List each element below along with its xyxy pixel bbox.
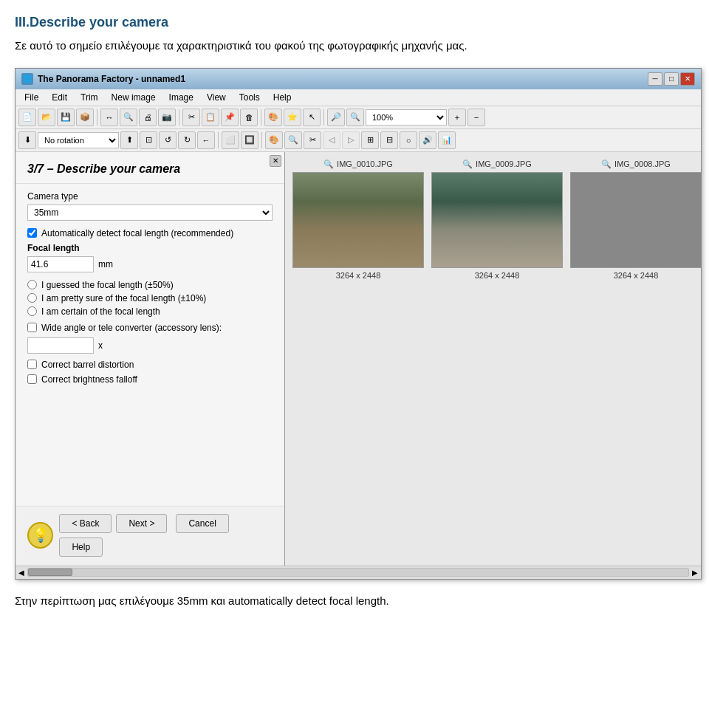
tb-select-btn[interactable]: ⬜ xyxy=(222,131,239,149)
tb-up-btn[interactable]: ⬆ xyxy=(120,131,138,149)
image-thumb-1[interactable] xyxy=(431,172,563,268)
scroll-thumb[interactable] xyxy=(28,569,72,576)
tb-speaker-btn[interactable]: 🔊 xyxy=(419,131,436,149)
image-size-text-0: 3264 x 2448 xyxy=(336,271,381,280)
tb-delete-btn[interactable]: 🗑 xyxy=(240,109,258,126)
wide-angle-checkbox[interactable] xyxy=(27,323,37,332)
image-thumb-2[interactable] xyxy=(570,172,701,268)
tb-grid-btn[interactable]: ⊞ xyxy=(361,131,379,149)
camera-type-select[interactable]: 35mm xyxy=(27,205,273,221)
brightness-checkbox[interactable] xyxy=(27,374,37,384)
radio-pretty-sure[interactable] xyxy=(27,293,37,303)
camera-type-label: Camera type xyxy=(27,191,273,202)
scroll-left-btn[interactable]: ◀ xyxy=(18,569,24,577)
intro-text: Σε αυτό το σημείο επιλέγουμε τα χαρακτηρ… xyxy=(15,38,694,55)
auto-detect-checkbox[interactable] xyxy=(27,228,37,238)
tb-star-btn[interactable]: ⭐ xyxy=(284,109,301,126)
tb-zoom-plus-btn[interactable]: + xyxy=(448,109,466,126)
menu-help[interactable]: Help xyxy=(267,91,298,104)
focal-length-input[interactable] xyxy=(27,256,94,272)
radio-group: I guessed the focal length (±50%) I am p… xyxy=(27,280,273,317)
tb-search-btn[interactable]: 🔍 xyxy=(120,109,137,126)
tb-save-btn[interactable]: 💾 xyxy=(57,109,75,126)
page-title: III.Describe your camera xyxy=(15,15,694,30)
menu-trim[interactable]: Trim xyxy=(75,91,104,104)
tb-zoomout-btn[interactable]: 🔍 xyxy=(346,109,364,126)
tb-pointer-btn[interactable]: ↖ xyxy=(303,109,321,126)
help-button[interactable]: Help xyxy=(59,538,103,557)
rotate-right-icon: ↻ xyxy=(184,135,191,145)
delete-icon: 🗑 xyxy=(245,113,253,122)
tb-chart-btn[interactable]: 📊 xyxy=(438,131,456,149)
tb-circle-btn[interactable]: ○ xyxy=(400,131,417,149)
disabled-icon2: ▷ xyxy=(348,135,354,145)
cut-icon: ✂ xyxy=(188,112,195,122)
tb-new-btn[interactable]: 📄 xyxy=(18,109,36,126)
tb-copy-btn[interactable]: 📋 xyxy=(202,109,219,126)
tb-magnify-btn[interactable]: 🔍 xyxy=(284,131,302,149)
list-item: 🔍 IMG_0009.JPG 3264 x 2448 xyxy=(431,159,563,280)
tb-camera-btn[interactable]: 📷 xyxy=(158,109,176,126)
tb-box-btn[interactable]: 📦 xyxy=(76,109,94,126)
tb-disabled-btn2: ▷ xyxy=(342,131,360,149)
close-button[interactable]: ✕ xyxy=(680,72,695,86)
tb-crop-btn[interactable]: ⊡ xyxy=(140,131,157,149)
maximize-button[interactable]: □ xyxy=(664,72,679,86)
image-thumb-0[interactable] xyxy=(292,172,424,268)
image-meta-1: 🔍 IMG_0009.JPG xyxy=(462,159,532,169)
dialog-close-button[interactable]: ✕ xyxy=(270,155,281,167)
tb-cut2-btn[interactable]: ✂ xyxy=(304,131,321,149)
tb-arrow-left-btn[interactable]: ← xyxy=(197,131,215,149)
zoom-select[interactable]: 100% 50% 200% xyxy=(366,109,447,126)
image-meta-0: 🔍 IMG_0010.JPG xyxy=(323,159,393,169)
rotate-left-icon: ↺ xyxy=(165,135,171,145)
tb-palette-btn[interactable]: 🎨 xyxy=(265,131,283,149)
tb-print-btn[interactable]: 🖨 xyxy=(139,109,157,126)
cancel-button[interactable]: Cancel xyxy=(176,514,228,533)
save-icon: 💾 xyxy=(61,112,71,122)
tb-color-btn[interactable]: 🎨 xyxy=(264,109,282,126)
tb-paste-btn[interactable]: 📌 xyxy=(221,109,239,126)
tb-rotate-left-btn[interactable]: ↺ xyxy=(159,131,177,149)
menu-edit[interactable]: Edit xyxy=(46,91,73,104)
menu-new-image[interactable]: New image xyxy=(106,91,162,104)
tb-move-btn[interactable]: ↔ xyxy=(100,109,118,126)
bottom-text: Στην περίπτωση μας επιλέγουμε 35mm και a… xyxy=(15,593,694,610)
scroll-right-btn[interactable]: ▶ xyxy=(692,569,698,577)
tb-select2-btn[interactable]: 🔲 xyxy=(241,131,258,149)
separator4 xyxy=(323,109,324,126)
radio-pretty-sure-label: I am pretty sure of the focal length (±1… xyxy=(41,293,206,303)
barrel-checkbox[interactable] xyxy=(27,360,37,369)
search-icon-1: 🔍 xyxy=(462,159,473,169)
box-icon: 📦 xyxy=(80,112,90,122)
wide-angle-input[interactable] xyxy=(27,337,94,354)
focal-length-group: Focal length mm xyxy=(27,243,273,272)
tb-grid2-btn[interactable]: ⊟ xyxy=(380,131,398,149)
barrel-row: Correct barrel distortion xyxy=(27,360,273,370)
tb-cut-btn[interactable]: ✂ xyxy=(182,109,200,126)
tb-zoom-btn[interactable]: 🔎 xyxy=(327,109,345,126)
toolbar-row2: ⬇ No rotationNo rotationRotate 90° CWRot… xyxy=(16,129,701,152)
menu-view[interactable]: View xyxy=(201,91,232,104)
color-icon: 🎨 xyxy=(268,112,278,122)
back-button[interactable]: < Back xyxy=(59,514,112,533)
tb-add-img-btn[interactable]: ⬇ xyxy=(18,131,36,149)
next-button[interactable]: Next > xyxy=(116,514,167,533)
footer-buttons: < Back Next > Cancel Help xyxy=(59,514,273,557)
menu-file[interactable]: File xyxy=(18,91,44,104)
tb-open-btn[interactable]: 📂 xyxy=(38,109,55,126)
bottom-checkboxes: Correct barrel distortion Correct bright… xyxy=(27,360,273,385)
circle-icon: ○ xyxy=(406,136,411,145)
tb-rotate-right-btn[interactable]: ↻ xyxy=(178,131,196,149)
menu-tools[interactable]: Tools xyxy=(233,91,266,104)
zoom-icon: 🔎 xyxy=(331,112,341,122)
image-panel: 🔍 IMG_0010.JPG 3264 x 2448 🔍 IMG_0009.JP… xyxy=(285,152,701,566)
focal-length-label: Focal length xyxy=(27,243,273,253)
rotation-select[interactable]: No rotationNo rotationRotate 90° CWRotat… xyxy=(38,132,119,148)
minimize-button[interactable]: ─ xyxy=(648,72,662,86)
radio-certain[interactable] xyxy=(27,306,37,316)
scroll-track[interactable] xyxy=(27,568,689,577)
menu-image[interactable]: Image xyxy=(163,91,199,104)
radio-guessed[interactable] xyxy=(27,280,37,289)
tb-zoom-minus-btn[interactable]: − xyxy=(467,109,485,126)
